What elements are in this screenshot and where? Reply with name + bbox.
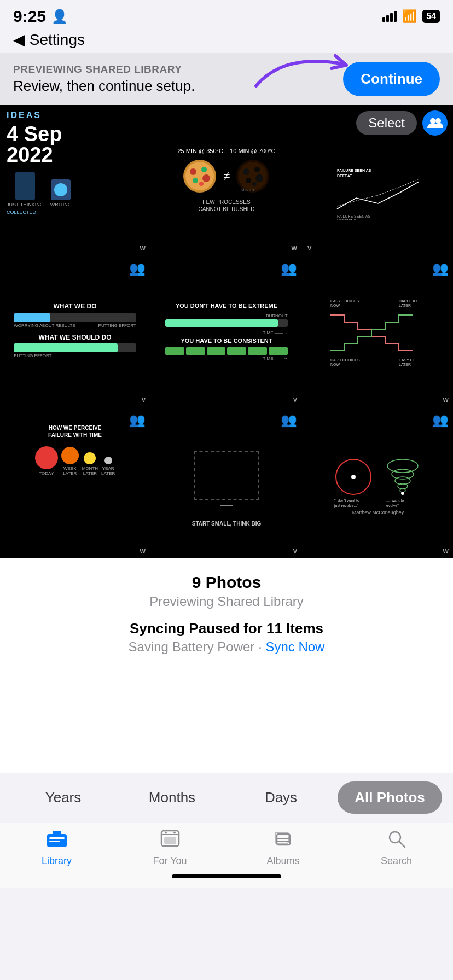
days-button[interactable]: Days <box>229 781 333 814</box>
home-bar <box>172 874 281 878</box>
continue-button[interactable]: Continue <box>343 62 440 96</box>
wifi-icon: 📶 <box>402 9 417 24</box>
svg-point-1 <box>185 162 214 190</box>
view-selector: Years Months Days All Photos <box>0 773 453 822</box>
svg-point-9 <box>243 168 249 175</box>
svg-point-54 <box>390 832 400 843</box>
photo-grid: IDEAS 4 Sep2022 JUST THINKING WRITING CO… <box>0 105 453 558</box>
svg-text:FAILURE SEEN AS: FAILURE SEEN AS <box>337 168 371 172</box>
person-icon: 👤 <box>51 9 68 24</box>
library-svg-icon <box>46 830 68 848</box>
svg-text:"I don't want to: "I don't want to <box>334 499 359 503</box>
shared-icon-3: 👥 <box>432 261 449 276</box>
photo-count: 9 Photos <box>13 573 440 592</box>
back-nav[interactable]: ◀ Settings <box>0 30 453 53</box>
svg-point-12 <box>246 178 251 183</box>
choices-chart-icon: EASY CHOICES NOW HARD LIFE LATER HARD CH… <box>328 296 429 367</box>
status-icons: 📶 54 <box>382 9 440 24</box>
shared-icon-5: 👥 <box>281 412 297 428</box>
search-icon <box>387 830 406 853</box>
svg-text:FAILURE SEEN AS: FAILURE SEEN AS <box>337 214 370 218</box>
sync-status: Syncing Paused for 11 Items <box>13 620 440 637</box>
svg-text:EASY LIFE: EASY LIFE <box>399 358 419 362</box>
select-button[interactable]: Select <box>356 111 417 135</box>
svg-point-2 <box>190 168 196 175</box>
svg-text:HARD LIFE: HARD LIFE <box>399 299 419 303</box>
battery-icon: 54 <box>422 10 440 23</box>
signal-bars-icon <box>382 11 397 22</box>
shared-library-banner: PREVIEWING SHARED LIBRARY Review, then c… <box>0 53 453 105</box>
photo-cell-choices[interactable]: 👥 EASY CHOICES NOW HARD LIFE LATER HARD … <box>303 256 453 406</box>
banner-subtitle: Review, then continue setup. <box>13 78 195 95</box>
svg-point-4 <box>202 174 210 182</box>
years-button[interactable]: Years <box>11 781 115 814</box>
svg-point-3 <box>201 167 207 172</box>
svg-text:LATER: LATER <box>399 363 411 366</box>
shared-icon-2: 👥 <box>281 261 297 276</box>
pizza-icon-2: steam <box>235 159 271 194</box>
albums-label-tab: Albums <box>266 855 299 867</box>
photo-cell-date[interactable]: IDEAS 4 Sep2022 JUST THINKING WRITING CO… <box>0 105 150 255</box>
svg-point-47 <box>165 832 167 834</box>
albums-svg-icon <box>274 830 293 848</box>
banner-label: PREVIEWING SHARED LIBRARY <box>13 63 195 75</box>
search-svg-icon <box>387 830 406 848</box>
library-label-tab: Library <box>42 855 72 867</box>
status-time: 9:25 <box>13 7 46 26</box>
shared-icon-1: 👥 <box>129 261 146 276</box>
svg-text:LEARNING: LEARNING <box>337 219 357 220</box>
search-label-tab: Search <box>381 855 412 867</box>
failure-chart-icon: FAILURE SEEN AS DEFEAT FAILURE SEEN AS L… <box>334 165 422 220</box>
svg-point-13 <box>252 182 257 186</box>
svg-text:...I want to: ...I want to <box>386 499 404 503</box>
sync-sub: Saving Battery Power · Sync Now <box>13 639 440 655</box>
tab-albums[interactable]: Albums <box>226 830 340 867</box>
ideas-label: IDEAS <box>7 110 143 120</box>
albums-icon <box>274 830 293 853</box>
svg-point-10 <box>254 167 260 172</box>
svg-line-55 <box>399 842 405 847</box>
svg-text:NOW: NOW <box>330 363 340 366</box>
svg-text:LATER: LATER <box>399 304 411 307</box>
photo-cell-whatwedo[interactable]: 👥 WHAT WE DO WORRYING ABOUT RESULTS PUTT… <box>0 256 150 406</box>
svg-point-5 <box>193 178 198 183</box>
pizza-icon-1 <box>182 159 218 194</box>
svg-point-15 <box>430 118 435 124</box>
shared-icon-4: 👥 <box>129 412 146 428</box>
sync-now-link[interactable]: Sync Now <box>265 639 324 654</box>
info-section: 9 Photos Previewing Shared Library Synci… <box>0 558 453 663</box>
svg-point-32 <box>392 469 414 479</box>
svg-rect-42 <box>53 831 61 835</box>
shared-library-button[interactable] <box>422 110 448 136</box>
svg-point-8 <box>239 162 267 190</box>
tab-bar: Library For You Albums <box>0 822 453 869</box>
status-bar: 9:25 👤 📶 54 <box>0 0 453 30</box>
svg-point-16 <box>435 118 441 124</box>
svg-rect-44 <box>49 841 60 842</box>
svg-text:EASY CHOICES: EASY CHOICES <box>330 299 359 303</box>
for-you-svg-icon <box>160 830 180 848</box>
svg-point-48 <box>173 832 176 834</box>
tab-library[interactable]: Library <box>0 830 113 867</box>
spacer <box>0 663 453 773</box>
svg-text:NOW: NOW <box>330 304 340 307</box>
tab-search[interactable]: Search <box>340 830 453 867</box>
svg-text:evolve": evolve" <box>386 504 399 508</box>
photo-cell-extreme[interactable]: 👥 YOU DON'T HAVE TO BE EXTREME BURNOUT T… <box>152 256 301 406</box>
svg-text:HARD CHOICES: HARD CHOICES <box>330 358 360 362</box>
library-icon <box>46 830 68 853</box>
photo-cell-mcconaughey[interactable]: 👥 "I don't want to just revolve..." ...I… <box>303 408 453 558</box>
for-you-icon <box>160 830 180 853</box>
photo-cell-failure-time[interactable]: 👥 HOW WE PERCEIVEFAILURE WITH TIME TODAY… <box>0 408 150 558</box>
photo-cell-failure-header[interactable]: Select FAILURE SEEN AS DEFEAT FAILURE <box>303 105 453 255</box>
svg-rect-43 <box>49 837 65 839</box>
date-text: 4 Sep2022 <box>7 124 143 165</box>
photo-cell-startsmall[interactable]: 👥 START SMALL, THINK BIG V <box>152 408 301 558</box>
back-button[interactable]: ◀ Settings <box>13 31 85 48</box>
photo-cell-pizza[interactable]: 25 MIN @ 350°C 10 MIN @ 700°C ≠ <box>152 105 301 255</box>
months-button[interactable]: Months <box>120 781 224 814</box>
all-photos-button[interactable]: All Photos <box>338 781 442 814</box>
svg-text:just revolve...": just revolve..." <box>334 504 358 508</box>
tab-for-you[interactable]: For You <box>113 830 226 867</box>
mcconaughey-chart-icon: "I don't want to just revolve..." ...I w… <box>329 450 427 510</box>
